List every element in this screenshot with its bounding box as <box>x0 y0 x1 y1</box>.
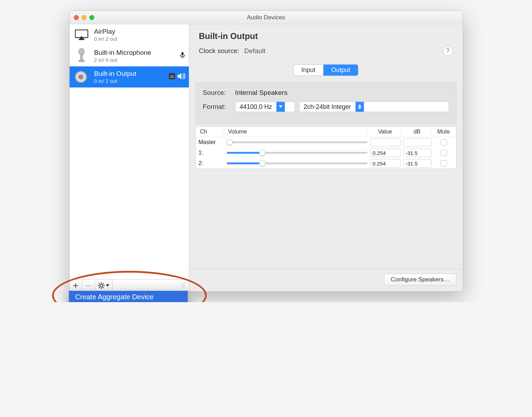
device-io-count: 2 in/ 0 out <box>94 57 175 63</box>
source-label: Source: <box>203 89 231 97</box>
tab-output[interactable]: Output <box>323 65 358 76</box>
svg-rect-9 <box>169 73 175 79</box>
svg-marker-12 <box>178 73 181 79</box>
db-field[interactable] <box>403 138 431 146</box>
system-output-icon <box>168 73 175 82</box>
volume-slider-master[interactable] <box>227 139 367 145</box>
device-actions-button[interactable] <box>95 280 113 291</box>
resize-handle[interactable] <box>178 280 189 291</box>
device-airplay[interactable]: AirPlay 0 in/ 2 out <box>70 24 189 45</box>
svg-marker-30 <box>358 104 361 106</box>
remove-device-button[interactable] <box>82 280 95 291</box>
detail-title: Built-in Output <box>199 31 453 41</box>
col-mute: Mute <box>434 128 453 136</box>
channel-label: 2: <box>199 160 224 167</box>
svg-line-22 <box>103 287 104 288</box>
mute-checkbox[interactable] <box>441 150 447 156</box>
sidebar-toolbar <box>70 279 189 291</box>
col-db: dB <box>403 128 431 136</box>
device-list: AirPlay 0 in/ 2 out Built-in Microphone … <box>70 24 189 279</box>
clock-source-label: Clock source: <box>199 47 239 55</box>
default-input-icon <box>180 52 185 60</box>
value-field[interactable]: 0.254 <box>370 149 400 157</box>
svg-point-16 <box>100 284 103 287</box>
window-title: Audio Devices <box>74 14 459 21</box>
menu-create-aggregate[interactable]: Create Aggregate Device <box>69 291 188 302</box>
volume-table: Ch Volume Value dB Mute Master <box>196 126 456 169</box>
svg-rect-4 <box>79 60 84 62</box>
svg-point-11 <box>172 75 173 76</box>
channel-label: 1: <box>199 150 224 156</box>
audio-devices-window: Audio Devices AirPlay 0 in/ 2 out <box>69 11 463 292</box>
format-label: Format: <box>203 103 231 111</box>
mute-checkbox[interactable] <box>441 160 447 167</box>
svg-point-10 <box>170 75 171 76</box>
device-name: Built-in Microphone <box>94 49 175 57</box>
airplay-icon <box>73 26 90 43</box>
value-field[interactable]: 0.254 <box>370 159 400 168</box>
channel-label: Master <box>199 139 224 145</box>
help-button[interactable]: ? <box>443 46 453 56</box>
db-field[interactable]: -31.5 <box>403 149 431 157</box>
io-segmented-control: Input Output <box>293 64 358 76</box>
col-volume: Volume <box>227 128 367 136</box>
svg-marker-25 <box>106 284 109 287</box>
zoom-button[interactable] <box>89 15 94 20</box>
col-value: Value <box>370 128 400 136</box>
device-builtin-mic[interactable]: Built-in Microphone 2 in/ 0 out <box>70 45 189 66</box>
tab-input[interactable]: Input <box>294 65 323 76</box>
clock-source-value: Default <box>244 47 265 55</box>
value-field[interactable] <box>370 138 400 146</box>
stepper-icon <box>355 102 364 112</box>
device-name: AirPlay <box>94 28 185 36</box>
minimize-button[interactable] <box>82 15 86 20</box>
table-row-ch2: 2: 0.254 -31.5 <box>196 158 456 169</box>
svg-point-2 <box>79 48 84 55</box>
speaker-icon <box>73 69 90 85</box>
svg-rect-5 <box>181 52 184 56</box>
svg-line-21 <box>99 283 100 284</box>
configure-speakers-button[interactable]: Configure Speakers… <box>384 274 456 286</box>
device-detail-panel: Built-in Output Clock source: Default ? … <box>189 24 463 291</box>
table-row-ch1: 1: 0.254 -31.5 <box>196 148 456 158</box>
mute-checkbox[interactable] <box>441 139 447 145</box>
device-io-count: 0 in/ 2 out <box>94 78 164 84</box>
svg-point-8 <box>78 74 83 79</box>
close-button[interactable] <box>74 15 79 20</box>
sample-rate-select[interactable]: 44100,0 Hz <box>235 102 295 112</box>
svg-rect-3 <box>81 54 83 60</box>
svg-marker-29 <box>279 105 282 108</box>
svg-line-23 <box>99 287 100 288</box>
chevron-down-icon <box>106 284 109 287</box>
gear-icon <box>98 282 105 289</box>
svg-marker-31 <box>358 107 361 109</box>
default-output-icon <box>178 73 185 81</box>
volume-slider-ch2[interactable] <box>227 160 367 167</box>
microphone-icon <box>73 47 90 64</box>
device-builtin-output[interactable]: Built-in Output 0 in/ 2 out <box>70 66 189 87</box>
output-settings-panel: Source: Internal Speakers Format: 44100,… <box>196 82 456 124</box>
db-field[interactable]: -31.5 <box>403 159 431 168</box>
device-io-count: 0 in/ 2 out <box>94 36 185 42</box>
svg-line-24 <box>103 283 104 284</box>
table-header: Ch Volume Value dB Mute <box>196 127 456 137</box>
chevron-down-icon <box>276 102 285 112</box>
col-ch: Ch <box>199 128 224 136</box>
table-row-master: Master <box>196 137 456 148</box>
add-device-menu: Create Aggregate Device Create Multi-Out… <box>69 291 188 302</box>
add-device-button[interactable] <box>70 280 82 291</box>
volume-slider-ch1[interactable] <box>227 150 367 156</box>
bit-depth-select[interactable]: 2ch-24bit Integer <box>299 102 449 112</box>
device-name: Built-in Output <box>94 70 164 78</box>
source-value: Internal Speakers <box>235 89 288 97</box>
device-sidebar: AirPlay 0 in/ 2 out Built-in Microphone … <box>70 24 189 291</box>
window-controls <box>74 15 94 20</box>
titlebar: Audio Devices <box>70 11 463 24</box>
